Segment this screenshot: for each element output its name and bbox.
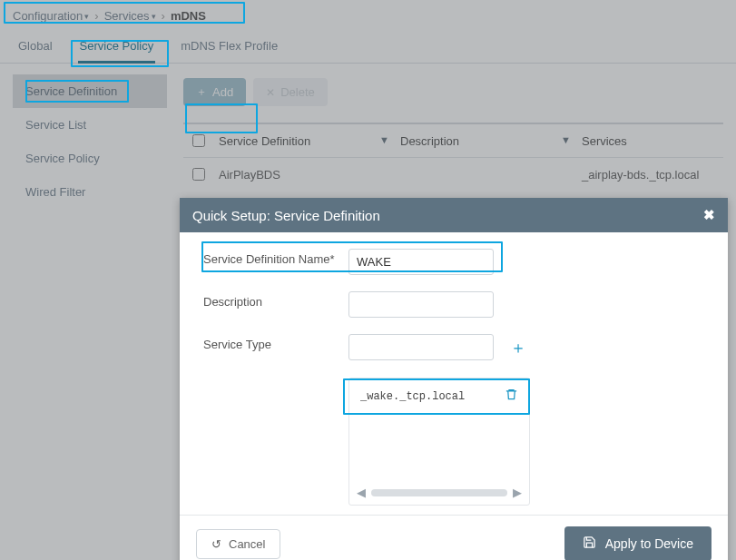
name-label: Service Definition Name* [203,249,348,268]
description-label: Description [203,291,348,310]
form-row-description: Description [203,291,704,318]
scrollbar-track[interactable] [371,489,507,496]
add-service-type-icon[interactable]: ＋ [510,334,526,361]
apply-to-device-button[interactable]: Apply to Device [564,526,711,560]
modal-title: Quick Setup: Service Definition [192,208,380,223]
service-type-list: _wake._tcp.local ◀ ▶ [348,378,530,506]
modal-header: Quick Setup: Service Definition ✖ [180,198,728,232]
apply-label: Apply to Device [605,536,693,551]
form-row-name: Service Definition Name* [203,249,704,275]
list-empty-space [351,412,527,483]
scroll-left-icon[interactable]: ◀ [357,486,366,499]
name-input[interactable] [348,249,494,275]
description-input[interactable] [348,291,494,318]
scroll-right-icon[interactable]: ▶ [513,486,522,499]
cancel-label: Cancel [229,537,265,551]
modal-footer: ↺ Cancel Apply to Device [180,515,728,560]
quick-setup-modal: Quick Setup: Service Definition ✖ Servic… [180,198,728,560]
modal-close-icon[interactable]: ✖ [703,207,715,223]
modal-body: Service Definition Name* Description Ser… [180,232,728,515]
save-icon [583,535,596,552]
form-row-service-type: Service Type ＋ [203,334,704,361]
service-type-input[interactable] [348,334,494,360]
service-type-label: Service Type [203,334,348,353]
list-item-label: _wake._tcp.local [360,390,465,403]
undo-icon: ↺ [211,537,221,551]
trash-icon[interactable] [505,388,518,405]
cancel-button[interactable]: ↺ Cancel [196,529,280,559]
list-item[interactable]: _wake._tcp.local [351,380,527,412]
horizontal-scrollbar[interactable]: ◀ ▶ [351,483,527,499]
